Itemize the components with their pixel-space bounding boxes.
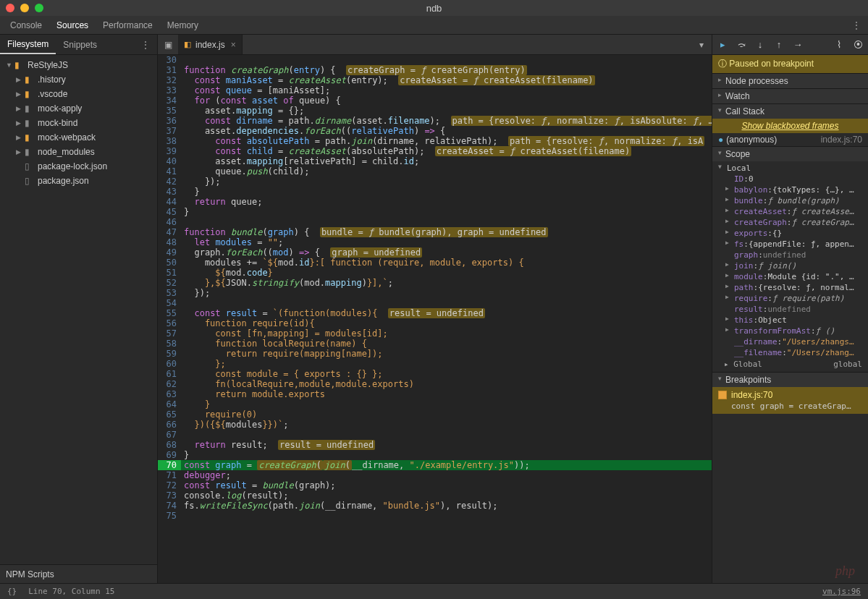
code-editor[interactable]: 3031function createGraph(entry) { create… [158, 55, 712, 583]
scope-variable[interactable]: ▶join: ƒ join() [718, 260, 868, 271]
scope-variable[interactable]: __filename: "/Users/zhang… [718, 347, 868, 358]
code-line[interactable]: 39 const child = createAsset(absolutePat… [158, 146, 712, 156]
window-close-button[interactable] [6, 4, 14, 12]
tree-item-mock-bind[interactable]: ▶▮mock-bind [0, 116, 157, 130]
gutter[interactable]: 61 [158, 369, 181, 379]
scope-variable[interactable]: __dirname: "/Users/zhangs… [718, 336, 868, 347]
scope-local-header[interactable]: ▼Local [718, 163, 868, 174]
code-line[interactable]: 35 asset.mapping = {}; [158, 106, 712, 116]
code-line[interactable]: 66 })({${modules}})`; [158, 420, 712, 430]
scope-variable[interactable]: ▶this: Object [718, 315, 868, 326]
tree-item-mock-webpack[interactable]: ▶▮mock-webpack [0, 130, 157, 145]
section-watch[interactable]: ▸Watch [712, 88, 868, 103]
scope-global-header[interactable]: ▸ Globalglobal [718, 358, 868, 370]
gutter[interactable]: 71 [158, 470, 181, 480]
code-line[interactable]: 75 [158, 511, 712, 521]
code-line[interactable]: 36 const dirname = path.dirname(asset.fi… [158, 116, 712, 126]
gutter[interactable]: 66 [158, 420, 181, 430]
scope-variable[interactable]: graph: undefined [718, 250, 868, 260]
gutter[interactable]: 54 [158, 298, 181, 308]
tab-console[interactable]: Console [3, 16, 49, 34]
gutter[interactable]: 48 [158, 237, 181, 247]
gutter[interactable]: 59 [158, 349, 181, 359]
gutter[interactable]: 53 [158, 288, 181, 298]
breakpoint-item[interactable]: index.js:70const graph = createGrap… [712, 387, 868, 414]
gutter[interactable]: 56 [158, 318, 181, 328]
gutter[interactable]: 38 [158, 136, 181, 146]
tab-sources[interactable]: Sources [49, 16, 96, 34]
code-line[interactable]: 54 [158, 298, 712, 308]
code-line[interactable]: 41 queue.push(child); [158, 166, 712, 177]
window-maximize-button[interactable] [35, 4, 43, 12]
scope-variable[interactable]: ▶path: {resolve: ƒ, normal… [718, 282, 868, 293]
gutter[interactable]: 39 [158, 146, 181, 156]
code-line[interactable]: 64 } [158, 399, 712, 409]
code-line[interactable]: 49 graph.forEach((mod) => { graph = unde… [158, 247, 712, 258]
kebab-menu-icon[interactable]: ⋮ [845, 16, 868, 34]
pause-exceptions-icon[interactable]: ⦿ [851, 38, 865, 52]
gutter[interactable]: 46 [158, 217, 181, 227]
gutter[interactable]: 30 [158, 55, 181, 65]
tree-item-package-json[interactable]: ▯package.json [0, 174, 157, 188]
section-scope[interactable]: ▾Scope [712, 146, 868, 161]
gutter[interactable]: 36 [158, 116, 181, 126]
section-breakpoints[interactable]: ▾Breakpoints [712, 372, 868, 387]
code-line[interactable]: 63 return module.exports [158, 389, 712, 399]
code-line[interactable]: 61 const module = { exports : {} }; [158, 369, 712, 379]
gutter[interactable]: 73 [158, 490, 181, 501]
gutter[interactable]: 70 [158, 460, 181, 470]
code-line[interactable]: 48 let modules = ""; [158, 237, 712, 247]
gutter[interactable]: 34 [158, 95, 181, 106]
code-line[interactable]: 44 return queue; [158, 197, 712, 207]
code-line[interactable]: 51 ${mod.code} [158, 268, 712, 278]
code-line[interactable]: 72const result = bundle(graph); [158, 480, 712, 490]
section-node-processes[interactable]: ▸Node processes [712, 73, 868, 88]
gutter[interactable]: 69 [158, 450, 181, 460]
resume-icon[interactable]: ▸ [715, 38, 730, 52]
scope-variable[interactable]: ID: 0 [718, 174, 868, 184]
gutter[interactable]: 60 [158, 359, 181, 369]
callstack-frame[interactable]: ●(anonymous)index.js:70 [712, 133, 868, 146]
gutter[interactable]: 31 [158, 65, 181, 75]
subtab-snippets[interactable]: Snippets [56, 35, 104, 54]
code-line[interactable]: 31function createGraph(entry) { createGr… [158, 65, 712, 75]
tree-item-mock-apply[interactable]: ▶▮mock-apply [0, 101, 157, 116]
step-out-icon[interactable]: ↑ [772, 38, 786, 52]
tree-item--history[interactable]: ▶▮.history [0, 72, 157, 87]
left-kebab-icon[interactable]: ⋮ [134, 35, 157, 54]
scope-variable[interactable]: ▶exports: {} [718, 228, 868, 239]
gutter[interactable]: 58 [158, 339, 181, 349]
tab-memory[interactable]: Memory [160, 16, 206, 34]
code-line[interactable]: 32 const maniAsset = createAsset(entry);… [158, 75, 712, 85]
file-tab-indexjs[interactable]: ◧ index.js × [178, 35, 243, 54]
scope-variable[interactable]: ▶createGraph: ƒ createGrap… [718, 217, 868, 228]
code-line[interactable]: 70const graph = createGraph(join(__dirna… [158, 460, 712, 470]
show-blackboxed-link[interactable]: Show blackboxed frames [712, 119, 868, 133]
scope-variable[interactable]: ▶require: ƒ require(path) [718, 293, 868, 304]
scope-variable[interactable]: ▶babylon: {tokTypes: {…}, … [718, 184, 868, 195]
code-line[interactable]: 60 }; [158, 359, 712, 369]
scope-variable[interactable]: ▶module: Module {id: ".", … [718, 271, 868, 282]
code-line[interactable]: 67 [158, 430, 712, 440]
gutter[interactable]: 40 [158, 156, 181, 166]
code-line[interactable]: 45} [158, 207, 712, 217]
scope-variable[interactable]: ▶fs: {appendFile: ƒ, appen… [718, 239, 868, 250]
code-line[interactable]: 65 require(0) [158, 409, 712, 420]
gutter[interactable]: 57 [158, 328, 181, 339]
gutter[interactable]: 32 [158, 75, 181, 85]
toggle-nav-icon[interactable]: ▣ [158, 35, 178, 54]
subtab-filesystem[interactable]: Filesystem [0, 35, 56, 54]
gutter[interactable]: 55 [158, 308, 181, 318]
gutter[interactable]: 63 [158, 389, 181, 399]
close-tab-icon[interactable]: × [231, 40, 236, 50]
gutter[interactable]: 47 [158, 227, 181, 237]
code-line[interactable]: 46 [158, 217, 712, 227]
code-line[interactable]: 59 return require(mapping[name]); [158, 349, 712, 359]
tree-item--vscode[interactable]: ▶▮.vscode [0, 87, 157, 101]
tab-performance[interactable]: Performance [96, 16, 160, 34]
gutter[interactable]: 52 [158, 278, 181, 288]
code-line[interactable]: 37 asset.dependencies.forEach((relativeP… [158, 126, 712, 136]
gutter[interactable]: 37 [158, 126, 181, 136]
code-line[interactable]: 50 modules += `${mod.id}:[ function (req… [158, 258, 712, 268]
code-line[interactable]: 43 } [158, 187, 712, 197]
